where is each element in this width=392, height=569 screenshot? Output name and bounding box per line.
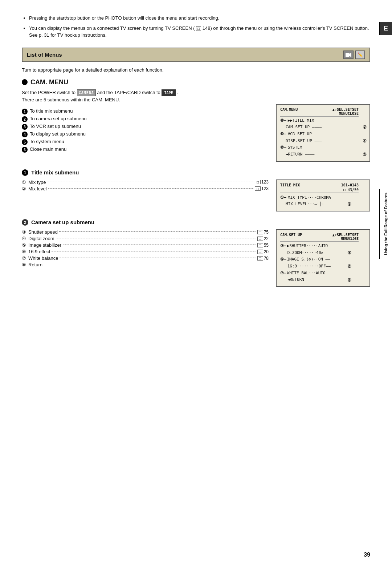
list-item: ⑦ White balance □ 78 bbox=[22, 255, 269, 261]
list-item: ② Mix level □ 123 bbox=[22, 186, 269, 191]
cam-menu-screen: CAM.MENU ▲▿SEL.SETSET MENUCLOSE ❶— ▶▶TIT… bbox=[276, 104, 370, 162]
title-mix-counter: ⊡ 43/50 bbox=[343, 188, 359, 192]
list-item: 6 Close main menu bbox=[22, 146, 269, 153]
item-circle-4: ④ bbox=[22, 236, 28, 241]
cam-menu-description: Set the POWER switch to CAMERA and the T… bbox=[22, 89, 269, 104]
camset-header-left: CAM.SET UP bbox=[280, 233, 302, 241]
list-item: ③ Shutter speed □ 75 bbox=[22, 229, 269, 235]
num-badge-4: 4 bbox=[22, 132, 28, 137]
mix-type-row: MIX TYPE····CHROMA bbox=[288, 194, 331, 201]
cam-row-3: VCR SET UP bbox=[288, 131, 312, 138]
desc-suffix: . bbox=[177, 90, 178, 95]
title-mix-screen: TITLE MIX 101-0143 ⊡ 43/50 ①— MIX TYPE··… bbox=[276, 179, 370, 211]
list-of-menus-header: List of Menus ✏️ bbox=[22, 48, 370, 62]
header-icons: ✏️ bbox=[343, 51, 365, 59]
cam-row-6: ◄RETURN ———— bbox=[286, 151, 314, 158]
camera-setup-title: Camera set up submenu bbox=[31, 219, 94, 225]
list-item: ① Mix type □ 123 bbox=[22, 179, 269, 185]
list-item: 4 To display set up submenu bbox=[22, 131, 269, 137]
item-circle-7: ⑦ bbox=[22, 255, 28, 261]
camset-row-image: IMAGE S.(⊙)··ON —— bbox=[287, 256, 330, 263]
item-circle-5: ⑤ bbox=[22, 242, 28, 248]
camera-setup-screen: CAM.SET UP ▲▿SEL.SETSET MENUCLOSE ③— ▶SH… bbox=[276, 229, 370, 287]
camset-row-169: 16:9·········OFF—— bbox=[287, 263, 331, 270]
cam-menu-left: CAM. MENU Set the POWER switch to CAMERA… bbox=[22, 78, 269, 162]
num-badge-6: 6 bbox=[22, 147, 28, 153]
cam-menu-bullet bbox=[22, 79, 28, 85]
desc-prefix: Set the POWER switch to bbox=[22, 90, 77, 95]
num-badge-2: 2 bbox=[22, 116, 28, 122]
camera-setup-heading: 2 Camera set up submenu bbox=[22, 219, 370, 226]
list-item: 2 To camera set up submenu bbox=[22, 116, 269, 122]
item-circle-6: ⑥ bbox=[22, 249, 28, 254]
features-label-text: Using the Full Range of Features bbox=[383, 193, 388, 255]
camset-row-whitebal: WHITE BAL···AUTO bbox=[287, 270, 326, 277]
camset-row-return: ◄RETURN ———— bbox=[287, 277, 316, 283]
cam-row-5: SYSTEM bbox=[288, 144, 302, 151]
title-mix-screen-area: TITLE MIX 101-0143 ⊡ 43/50 ①— MIX TYPE··… bbox=[276, 179, 370, 211]
camera-setup-section: 2 Camera set up submenu ③ Shutter speed … bbox=[22, 219, 370, 287]
svg-marker-1 bbox=[349, 53, 351, 57]
cam-row-2: CAM.SET UP ———— bbox=[286, 124, 322, 131]
title-mix-content: ① Mix type □ 123 ② Mix level □ 123 bbox=[22, 179, 370, 211]
desc-mid: and the TAPE/CARD switch to bbox=[97, 90, 162, 95]
title-mix-left: ① Mix type □ 123 ② Mix level □ 123 bbox=[22, 179, 269, 211]
camera-setup-left: ③ Shutter speed □ 75 ④ Digital zoom □ 22 bbox=[22, 229, 269, 287]
cam-menu-screen-area: CAM.MENU ▲▿SEL.SETSET MENUCLOSE ❶— ▶▶TIT… bbox=[276, 78, 370, 162]
item-circle-2: ② bbox=[22, 186, 28, 191]
list-item: 5 To system menu bbox=[22, 139, 269, 145]
bullet-2: You can display the menus on a connected… bbox=[29, 25, 370, 39]
video-icon bbox=[343, 51, 354, 59]
cam-menu-title: CAM. MENU bbox=[22, 78, 269, 86]
cam-menu-heading: CAM. MENU bbox=[30, 78, 68, 86]
card-icon: ✏️ bbox=[355, 51, 365, 59]
item-circle-3: ③ bbox=[22, 229, 28, 235]
item-circle-1: ① bbox=[22, 179, 28, 185]
side-tab-e: E bbox=[379, 22, 392, 35]
cam-screen-header-sub: MENUCLOSE bbox=[332, 112, 359, 116]
num-badge-3: 3 bbox=[22, 124, 28, 130]
mix-level-row: MIX LEVEL···—┤├+ bbox=[286, 201, 324, 208]
title-mix-title: Title mix submenu bbox=[31, 169, 79, 175]
list-of-menus-intro: Turn to appropriate page for a detailed … bbox=[22, 67, 370, 73]
cam-menu-list: 1 To title mix submenu 2 To camera set u… bbox=[22, 108, 269, 153]
title-mix-section: 1 Title mix submenu ① Mix type □ 123 ② M… bbox=[22, 169, 370, 211]
title-mix-screen-header-left: TITLE MIX bbox=[280, 183, 300, 187]
camera-setup-content: ③ Shutter speed □ 75 ④ Digital zoom □ 22 bbox=[22, 229, 370, 287]
camset-header-sub: MENUCLOSE bbox=[332, 237, 359, 241]
cam-menu-section: CAM. MENU Set the POWER switch to CAMERA… bbox=[22, 78, 370, 162]
camera-setup-list: ③ Shutter speed □ 75 ④ Digital zoom □ 22 bbox=[22, 229, 269, 267]
camset-row-shutter: ▶SHUTTER·····AUTO bbox=[287, 243, 328, 250]
title-mix-screen-header-right: 101-0143 bbox=[341, 183, 359, 187]
list-item: ④ Digital zoom □ 22 bbox=[22, 236, 269, 241]
list-of-menus-title: List of Menus bbox=[27, 52, 62, 58]
list-item: 3 To VCR set up submenu bbox=[22, 124, 269, 130]
title-mix-num-badge: 1 bbox=[22, 169, 28, 176]
svg-rect-0 bbox=[346, 53, 349, 57]
title-mix-list: ① Mix type □ 123 ② Mix level □ 123 bbox=[22, 179, 269, 191]
list-item: ⑥ 16:9 effect □ 20 bbox=[22, 249, 269, 254]
list-item: ⑧ Return bbox=[22, 262, 269, 267]
side-features-label: Using the Full Range of Features bbox=[379, 189, 392, 259]
bullet-1: Pressing the start/stop button or the PH… bbox=[29, 15, 370, 22]
cam-row-4: DISP.SET UP ——— bbox=[286, 138, 322, 145]
num-badge-1: 1 bbox=[22, 109, 28, 114]
desc-line2: There are 5 submenus within the CAM. MEN… bbox=[22, 97, 120, 102]
camset-header-right: ▲▿SEL.SETSET bbox=[332, 233, 359, 237]
camera-badge: CAMERA bbox=[77, 89, 96, 96]
cam-screen-header-left: CAM.MENU bbox=[280, 108, 298, 116]
camset-row-dzoom: D.ZOOM······40× —— bbox=[287, 250, 331, 257]
camera-setup-num-badge: 2 bbox=[22, 219, 28, 226]
item-circle-8: ⑧ bbox=[22, 262, 28, 267]
cam-row-1: ▶▶TITLE MIX bbox=[288, 117, 314, 124]
page-number: 39 bbox=[364, 552, 370, 558]
list-item: ⑤ Image stabilizer □ 55 bbox=[22, 242, 269, 248]
tape-badge: TAPE bbox=[162, 89, 175, 96]
num-badge-5: 5 bbox=[22, 139, 28, 145]
intro-bullets: Pressing the start/stop button or the PH… bbox=[22, 15, 370, 39]
camera-setup-screen-area: CAM.SET UP ▲▿SEL.SETSET MENUCLOSE ③— ▶SH… bbox=[276, 229, 370, 287]
cam-screen-header-right: ▲▿SEL.SETSET bbox=[332, 108, 359, 112]
title-mix-heading: 1 Title mix submenu bbox=[22, 169, 370, 176]
list-item: 1 To title mix submenu bbox=[22, 108, 269, 114]
